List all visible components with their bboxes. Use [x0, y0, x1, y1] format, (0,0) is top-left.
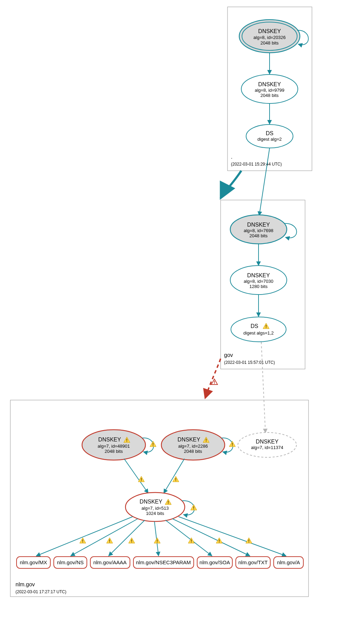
warn-icon — [138, 476, 144, 482]
root-ksk-line1: alg=8, id=20326 — [253, 35, 285, 40]
rr-a-text: nlm.gov/A — [277, 559, 300, 565]
root-ds-line1: digest alg=2 — [257, 137, 282, 142]
rr-soa: nlm.gov/SOA — [197, 557, 232, 568]
warn-icon — [129, 538, 135, 543]
gov-ds-title: DS — [251, 323, 258, 329]
nlm-zsk-line1: alg=7, id=513 — [142, 506, 169, 511]
rr-ns-text: nlm.gov/NS — [57, 559, 84, 565]
warn-icon — [246, 538, 252, 543]
nlm-ksk1-line2: 2048 bits — [105, 449, 123, 454]
node-gov-ksk: DNSKEY alg=8, id=7698 2048 bits — [230, 215, 287, 244]
edge-zsk-soa — [165, 520, 212, 556]
warn-icon — [107, 538, 113, 543]
warn-icon — [229, 441, 235, 447]
gov-zsk-title: DNSKEY — [247, 272, 270, 278]
gov-ksk-line1: alg=8, id=7698 — [244, 228, 273, 233]
node-root-ksk: DNSKEY alg=8, id=20326 2048 bits — [239, 20, 300, 53]
zone-nlm-label: nlm.gov — [16, 581, 35, 587]
warn-icon — [80, 538, 86, 543]
gov-ksk-line2: 2048 bits — [250, 233, 268, 238]
gov-ds-line1: digest algs=1,2 — [243, 330, 274, 336]
node-nlm-zsk: DNSKEY alg=7, id=513 1024 bits — [125, 492, 185, 521]
nlm-ksk2-line1: alg=7, id=2286 — [178, 444, 208, 449]
zone-gov-label: gov — [224, 352, 233, 358]
edge-zsk-aaaa — [109, 520, 145, 556]
node-nlm-ksk1: DNSKEY alg=7, id=48901 2048 bits — [82, 430, 145, 460]
warn-icon — [191, 505, 197, 510]
zone-root-time: (2022-03-01 15:29:44 UTC) — [231, 162, 282, 167]
root-ksk-title: DNSKEY — [258, 28, 281, 34]
dnssec-diagram: DNSKEY alg=8, id=20326 2048 bits DNSKEY … — [0, 0, 364, 627]
rr-ns: nlm.gov/NS — [54, 557, 87, 568]
root-zsk-line2: 2048 bits — [261, 93, 279, 98]
node-nlm-ghost: DNSKEY alg=7, id=11374 — [238, 432, 296, 457]
nlm-ksk2-title: DNSKEY — [178, 437, 200, 442]
zone-nlm-time: (2022-03-01 17:27:17 UTC) — [16, 589, 66, 594]
zone-gov-time: (2022-03-01 15:57:01 UTC) — [224, 360, 275, 365]
edge-zsk-txt — [172, 519, 250, 556]
zone-gov: DNSKEY alg=8, id=7698 2048 bits DNSKEY a… — [221, 200, 305, 369]
rr-a: nlm.gov/A — [274, 557, 303, 568]
edge-zsk-a — [179, 517, 286, 556]
warn-icon — [154, 538, 160, 543]
rr-nsec3: nlm.gov/NSEC3PARAM — [133, 557, 194, 568]
root-zsk-title: DNSKEY — [258, 81, 281, 87]
root-ksk-line2: 2048 bits — [261, 40, 279, 46]
node-root-ds: DS digest alg=2 — [246, 125, 293, 148]
edge-ksk2-zsk — [164, 459, 184, 493]
nlm-ksk1-title: DNSKEY — [98, 437, 121, 442]
root-ds-title: DS — [266, 130, 273, 136]
warn-red-icon — [211, 379, 218, 385]
edge-root-ds-to-gov-ksk — [259, 148, 270, 216]
root-zsk-line1: alg=8, id=9799 — [255, 88, 284, 93]
rr-mx: nlm.gov/MX — [17, 557, 50, 568]
rr-txt-text: nlm.gov/TXT — [238, 559, 267, 565]
edge-zsk-mx — [36, 517, 133, 556]
rr-mx-text: nlm.gov/MX — [20, 559, 47, 565]
node-gov-ds: DS digest algs=1,2 — [231, 317, 286, 342]
gov-zsk-line2: 1280 bits — [250, 284, 268, 289]
zone-nlm: DNSKEY alg=7, id=48901 2048 bits DNSKEY … — [10, 400, 309, 597]
rr-aaaa-text: nlm.gov/AAAA — [93, 559, 127, 565]
nlm-ghost-title: DNSKEY — [256, 439, 279, 445]
svg-point-8 — [246, 125, 293, 148]
nlm-ghost-line1: alg=7, id=11374 — [251, 445, 283, 450]
gov-zsk-line1: alg=8, id=7030 — [244, 279, 273, 284]
nlm-zsk-line2: 1024 bits — [146, 511, 164, 516]
nlm-ksk1-line1: alg=7, id=48901 — [98, 444, 130, 449]
gov-ksk-title: DNSKEY — [247, 222, 270, 228]
node-root-zsk: DNSKEY alg=8, id=9799 2048 bits — [241, 74, 298, 103]
zone-root: DNSKEY alg=8, id=20326 2048 bits DNSKEY … — [228, 7, 312, 171]
svg-point-12 — [231, 317, 286, 342]
edge-ksk1-zsk — [124, 459, 148, 493]
edge-root-to-gov-box — [221, 171, 241, 198]
node-nlm-ksk2: DNSKEY alg=7, id=2286 2048 bits — [161, 430, 225, 460]
rr-soa-text: nlm.gov/SOA — [200, 559, 230, 565]
rr-nsec3-text: nlm.gov/NSEC3PARAM — [136, 559, 191, 565]
nlm-ksk2-line2: 2048 bits — [184, 449, 202, 454]
edge-gov-ds-to-ghost — [261, 342, 265, 433]
rr-txt: nlm.gov/TXT — [236, 557, 270, 568]
rr-aaaa: nlm.gov/AAAA — [90, 557, 130, 568]
nlm-zsk-title: DNSKEY — [140, 499, 162, 505]
warn-icon — [150, 441, 156, 447]
node-gov-zsk: DNSKEY alg=8, id=7030 1280 bits — [230, 266, 287, 295]
zone-root-label: . — [231, 154, 232, 160]
edge-gov-to-nlm-box — [205, 359, 221, 398]
